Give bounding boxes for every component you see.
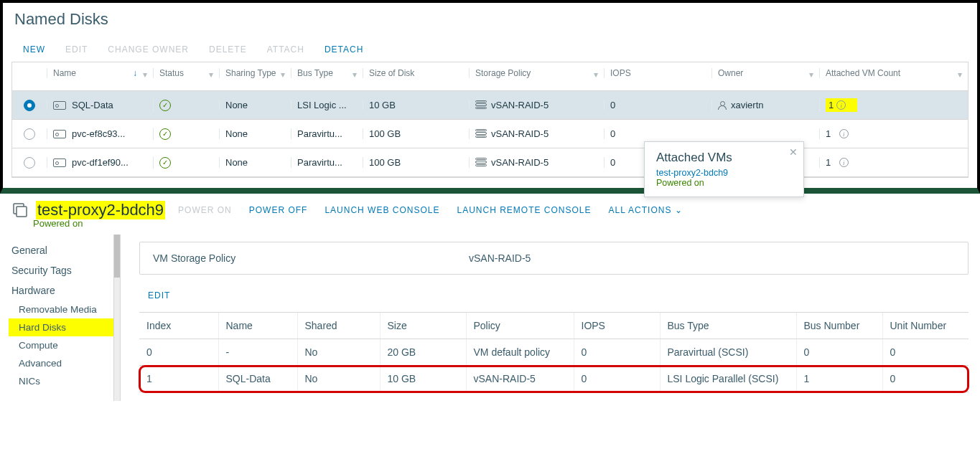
disk-icon — [53, 158, 66, 167]
table-row[interactable]: pvc-df1ef90... ✓ None Paravirtu... 100 G… — [12, 148, 968, 177]
col-busnum[interactable]: Bus Number — [796, 313, 882, 339]
col-sharing[interactable]: Sharing Type — [225, 68, 276, 78]
sidebar-item-compute[interactable]: Compute — [9, 336, 120, 354]
col-size[interactable]: Size of Disk — [369, 68, 414, 78]
delete-button: DELETE — [209, 44, 247, 55]
info-icon[interactable]: i — [839, 158, 849, 167]
disk-icon — [53, 101, 66, 110]
col-size[interactable]: Size — [380, 313, 466, 339]
scrollbar-thumb[interactable] — [114, 235, 120, 278]
cell-busnum: 0 — [796, 339, 882, 366]
col-status[interactable]: Status — [159, 68, 184, 78]
sidebar-item-removable[interactable]: Removable Media — [9, 301, 120, 318]
info-icon[interactable]: i — [836, 100, 846, 110]
row-radio[interactable] — [24, 157, 35, 169]
row-radio[interactable] — [24, 100, 35, 111]
col-name[interactable]: Name — [218, 313, 297, 339]
col-bus[interactable]: Bus Type — [297, 68, 333, 78]
cell-iops: 0 — [610, 128, 615, 139]
cell-policy: vSAN-RAID-5 — [491, 157, 549, 168]
filter-icon[interactable]: ▾ — [594, 70, 598, 80]
filter-icon[interactable]: ▾ — [958, 70, 962, 80]
launch-web-console-button[interactable]: LAUNCH WEB CONSOLE — [325, 205, 439, 215]
svg-rect-1 — [17, 207, 27, 217]
sidebar-item-advanced[interactable]: Advanced — [9, 354, 120, 372]
cell-size: 100 GB — [369, 128, 401, 139]
hard-disks-table: Index Name Shared Size Policy IOPS Bus T… — [139, 312, 969, 392]
col-iops[interactable]: IOPS — [574, 313, 660, 339]
filter-icon[interactable]: ▾ — [209, 70, 213, 80]
sidebar-item-nics[interactable]: NICs — [9, 372, 120, 390]
cell-sharing: None — [225, 128, 248, 139]
sidebar-item-general[interactable]: General — [9, 240, 120, 260]
col-shared[interactable]: Shared — [297, 313, 380, 339]
col-index[interactable]: Index — [139, 313, 218, 339]
vm-icon — [11, 202, 29, 219]
hd-row[interactable]: 1 SQL-Data No 10 GB vSAN-RAID-5 0 LSI Lo… — [139, 366, 969, 392]
sidebar-item-security[interactable]: Security Tags — [9, 260, 120, 280]
filter-icon[interactable]: ▾ — [809, 70, 813, 80]
cell-policy: vSAN-RAID-5 — [491, 100, 549, 110]
cell-name: pvc-ef8c93... — [72, 128, 125, 139]
cell-iops: 0 — [574, 339, 660, 366]
vm-sidebar: General Security Tags Hardware Removable… — [0, 235, 121, 401]
cell-owner: xaviertn — [731, 100, 764, 110]
policy-value: vSAN-RAID-5 — [469, 252, 531, 264]
hd-row[interactable]: 0 - No 20 GB VM default policy 0 Paravir… — [139, 339, 969, 366]
cell-bus: Paravirtu... — [297, 128, 342, 139]
info-icon[interactable]: i — [839, 129, 849, 138]
detach-button[interactable]: DETACH — [325, 44, 363, 55]
col-name[interactable]: Name — [53, 68, 76, 78]
vm-body: General Security Tags Hardware Removable… — [0, 235, 980, 401]
col-iops[interactable]: IOPS — [610, 68, 631, 78]
table-header: Name↓▾ Status▾ Sharing Type▾ Bus Type▾ S… — [12, 62, 968, 91]
cell-sharing: None — [225, 100, 248, 110]
cell-shared: No — [297, 339, 380, 366]
cell-iops: 0 — [610, 157, 615, 168]
launch-remote-console-button[interactable]: LAUNCH REMOTE CONSOLE — [457, 205, 591, 215]
table-row[interactable]: SQL-Data ✓ None LSI Logic ... 10 GB vSAN… — [12, 91, 968, 120]
col-unit[interactable]: Unit Number — [882, 313, 969, 339]
chevron-down-icon: ⌄ — [675, 205, 683, 215]
col-owner[interactable]: Owner — [718, 68, 743, 78]
hd-header-row: Index Name Shared Size Policy IOPS Bus T… — [139, 313, 969, 339]
table-row[interactable]: pvc-ef8c93... ✓ None Paravirtu... 100 GB… — [12, 120, 968, 148]
cell-iops: 0 — [610, 100, 615, 110]
cell-iops: 0 — [574, 366, 660, 392]
col-policy[interactable]: Storage Policy — [475, 68, 531, 78]
col-bus[interactable]: Bus Type — [660, 313, 796, 339]
cell-attached: 1 — [826, 157, 831, 168]
attach-button: ATTACH — [267, 44, 304, 55]
cell-unit: 0 — [882, 339, 969, 366]
cell-bus: LSI Logic ... — [297, 100, 347, 110]
sidebar-item-hardware[interactable]: Hardware — [9, 280, 120, 301]
cell-size: 100 GB — [369, 157, 401, 168]
storage-policy-icon — [475, 129, 487, 139]
filter-icon[interactable]: ▾ — [353, 70, 357, 80]
status-ok-icon: ✓ — [159, 128, 171, 140]
cell-unit: 0 — [882, 366, 969, 392]
close-icon[interactable]: ✕ — [789, 146, 798, 158]
new-button[interactable]: NEW — [23, 44, 45, 55]
cell-shared: No — [297, 366, 380, 392]
col-attached[interactable]: Attached VM Count — [826, 68, 900, 78]
cell-name: - — [218, 339, 297, 366]
storage-policy-box: VM Storage Policy vSAN-RAID-5 — [139, 242, 969, 275]
filter-icon[interactable]: ▾ — [281, 70, 285, 80]
row-radio[interactable] — [24, 128, 35, 140]
popover-title: Attached VMs — [656, 151, 792, 165]
col-policy[interactable]: Policy — [466, 313, 574, 339]
popover-vm-link[interactable]: test-proxy2-bdch9 — [656, 168, 792, 178]
sidebar-item-hard-disks[interactable]: Hard Disks — [9, 318, 120, 336]
power-off-button[interactable]: POWER OFF — [249, 205, 308, 215]
cell-index: 0 — [139, 339, 218, 366]
cell-attached: 1 — [829, 100, 834, 110]
vm-actions: POWER ON POWER OFF LAUNCH WEB CONSOLE LA… — [172, 205, 683, 215]
cell-size: 20 GB — [380, 339, 466, 366]
user-icon — [718, 101, 727, 110]
cell-bus: Paravirtual (SCSI) — [660, 339, 796, 366]
edit-button[interactable]: EDIT — [139, 275, 174, 312]
all-actions-button[interactable]: ALL ACTIONS ⌄ — [609, 205, 683, 215]
filter-icon[interactable]: ▾ — [143, 70, 147, 80]
vm-title: test-proxy2-bdch9 — [36, 201, 165, 219]
